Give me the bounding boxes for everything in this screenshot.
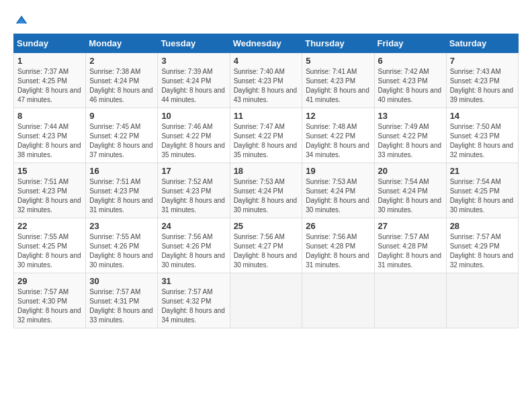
calendar-cell: 1 Sunrise: 7:37 AMSunset: 4:25 PMDayligh… <box>14 53 86 108</box>
calendar-cell: 11 Sunrise: 7:47 AMSunset: 4:22 PMDaylig… <box>230 108 302 163</box>
day-number: 16 <box>89 166 154 176</box>
day-info: Sunrise: 7:50 AMSunset: 4:23 PMDaylight:… <box>450 123 514 158</box>
header-sunday: Sunday <box>14 34 86 53</box>
header-thursday: Thursday <box>302 34 374 53</box>
calendar-cell <box>374 273 446 328</box>
day-info: Sunrise: 7:44 AMSunset: 4:23 PMDaylight:… <box>17 123 81 158</box>
day-info: Sunrise: 7:55 AMSunset: 4:26 PMDaylight:… <box>89 233 153 269</box>
day-info: Sunrise: 7:57 AMSunset: 4:31 PMDaylight:… <box>89 288 153 324</box>
day-info: Sunrise: 7:47 AMSunset: 4:22 PMDaylight:… <box>234 123 298 158</box>
header-wednesday: Wednesday <box>230 34 302 53</box>
calendar-cell <box>302 273 374 328</box>
day-number: 2 <box>89 56 154 66</box>
day-number: 6 <box>378 56 443 66</box>
day-number: 29 <box>17 276 82 286</box>
calendar-cell: 23 Sunrise: 7:55 AMSunset: 4:26 PMDaylig… <box>86 218 158 273</box>
day-number: 17 <box>161 166 226 176</box>
calendar-cell: 22 Sunrise: 7:55 AMSunset: 4:25 PMDaylig… <box>14 218 86 273</box>
calendar-cell: 6 Sunrise: 7:42 AMSunset: 4:23 PMDayligh… <box>374 53 446 108</box>
day-info: Sunrise: 7:56 AMSunset: 4:28 PMDaylight:… <box>306 233 369 269</box>
calendar: SundayMondayTuesdayWednesdayThursdayFrid… <box>13 34 519 328</box>
calendar-cell: 30 Sunrise: 7:57 AMSunset: 4:31 PMDaylig… <box>86 273 158 328</box>
calendar-cell: 16 Sunrise: 7:51 AMSunset: 4:23 PMDaylig… <box>86 163 158 218</box>
day-info: Sunrise: 7:51 AMSunset: 4:23 PMDaylight:… <box>89 178 153 214</box>
calendar-cell: 20 Sunrise: 7:54 AMSunset: 4:24 PMDaylig… <box>374 163 446 218</box>
day-info: Sunrise: 7:57 AMSunset: 4:28 PMDaylight:… <box>378 233 442 269</box>
day-number: 12 <box>306 111 370 121</box>
calendar-cell: 9 Sunrise: 7:45 AMSunset: 4:22 PMDayligh… <box>86 108 158 163</box>
calendar-week-2: 8 Sunrise: 7:44 AMSunset: 4:23 PMDayligh… <box>14 108 519 163</box>
day-number: 25 <box>234 221 299 231</box>
day-number: 7 <box>450 56 515 66</box>
calendar-cell: 13 Sunrise: 7:49 AMSunset: 4:22 PMDaylig… <box>374 108 446 163</box>
day-number: 13 <box>378 111 443 121</box>
calendar-cell: 27 Sunrise: 7:57 AMSunset: 4:28 PMDaylig… <box>374 218 446 273</box>
day-info: Sunrise: 7:42 AMSunset: 4:23 PMDaylight:… <box>378 68 442 103</box>
day-number: 30 <box>89 276 154 286</box>
logo <box>13 13 28 27</box>
calendar-cell: 25 Sunrise: 7:56 AMSunset: 4:27 PMDaylig… <box>230 218 302 273</box>
calendar-cell: 3 Sunrise: 7:39 AMSunset: 4:24 PMDayligh… <box>158 53 230 108</box>
calendar-week-1: 1 Sunrise: 7:37 AMSunset: 4:25 PMDayligh… <box>14 53 519 108</box>
day-info: Sunrise: 7:56 AMSunset: 4:26 PMDaylight:… <box>161 233 225 269</box>
calendar-cell: 28 Sunrise: 7:57 AMSunset: 4:29 PMDaylig… <box>446 218 518 273</box>
day-number: 28 <box>450 221 515 231</box>
day-info: Sunrise: 7:53 AMSunset: 4:24 PMDaylight:… <box>306 178 369 214</box>
day-info: Sunrise: 7:51 AMSunset: 4:23 PMDaylight:… <box>17 178 81 214</box>
calendar-header-row: SundayMondayTuesdayWednesdayThursdayFrid… <box>14 34 519 53</box>
day-number: 27 <box>378 221 443 231</box>
calendar-cell <box>230 273 302 328</box>
header-friday: Friday <box>374 34 446 53</box>
calendar-week-3: 15 Sunrise: 7:51 AMSunset: 4:23 PMDaylig… <box>14 163 519 218</box>
day-number: 19 <box>306 166 370 176</box>
day-number: 21 <box>450 166 515 176</box>
day-info: Sunrise: 7:43 AMSunset: 4:23 PMDaylight:… <box>450 68 514 103</box>
day-info: Sunrise: 7:54 AMSunset: 4:24 PMDaylight:… <box>378 178 442 214</box>
header-tuesday: Tuesday <box>158 34 230 53</box>
calendar-week-4: 22 Sunrise: 7:55 AMSunset: 4:25 PMDaylig… <box>14 218 519 273</box>
calendar-cell: 7 Sunrise: 7:43 AMSunset: 4:23 PMDayligh… <box>446 53 518 108</box>
calendar-cell: 24 Sunrise: 7:56 AMSunset: 4:26 PMDaylig… <box>158 218 230 273</box>
day-info: Sunrise: 7:53 AMSunset: 4:24 PMDaylight:… <box>234 178 298 214</box>
day-number: 9 <box>89 111 154 121</box>
calendar-cell: 4 Sunrise: 7:40 AMSunset: 4:23 PMDayligh… <box>230 53 302 108</box>
day-info: Sunrise: 7:45 AMSunset: 4:22 PMDaylight:… <box>89 123 153 158</box>
logo-icon <box>15 13 28 27</box>
day-number: 22 <box>17 221 82 231</box>
day-info: Sunrise: 7:54 AMSunset: 4:25 PMDaylight:… <box>450 178 514 214</box>
day-number: 15 <box>17 166 82 176</box>
calendar-week-5: 29 Sunrise: 7:57 AMSunset: 4:30 PMDaylig… <box>14 273 519 328</box>
calendar-cell: 2 Sunrise: 7:38 AMSunset: 4:24 PMDayligh… <box>86 53 158 108</box>
day-info: Sunrise: 7:56 AMSunset: 4:27 PMDaylight:… <box>234 233 298 269</box>
calendar-cell: 31 Sunrise: 7:57 AMSunset: 4:32 PMDaylig… <box>158 273 230 328</box>
day-info: Sunrise: 7:48 AMSunset: 4:22 PMDaylight:… <box>306 123 369 158</box>
day-number: 3 <box>161 56 226 66</box>
day-number: 26 <box>306 221 370 231</box>
day-info: Sunrise: 7:55 AMSunset: 4:25 PMDaylight:… <box>17 233 81 269</box>
calendar-cell: 14 Sunrise: 7:50 AMSunset: 4:23 PMDaylig… <box>446 108 518 163</box>
day-info: Sunrise: 7:57 AMSunset: 4:32 PMDaylight:… <box>161 288 225 324</box>
calendar-cell: 21 Sunrise: 7:54 AMSunset: 4:25 PMDaylig… <box>446 163 518 218</box>
day-info: Sunrise: 7:41 AMSunset: 4:23 PMDaylight:… <box>306 68 369 103</box>
calendar-cell: 19 Sunrise: 7:53 AMSunset: 4:24 PMDaylig… <box>302 163 374 218</box>
day-number: 23 <box>89 221 154 231</box>
calendar-cell: 29 Sunrise: 7:57 AMSunset: 4:30 PMDaylig… <box>14 273 86 328</box>
header-saturday: Saturday <box>446 34 518 53</box>
day-info: Sunrise: 7:39 AMSunset: 4:24 PMDaylight:… <box>161 68 225 103</box>
calendar-cell: 12 Sunrise: 7:48 AMSunset: 4:22 PMDaylig… <box>302 108 374 163</box>
page-header <box>13 13 519 27</box>
day-info: Sunrise: 7:57 AMSunset: 4:30 PMDaylight:… <box>17 288 81 324</box>
calendar-cell <box>446 273 518 328</box>
day-number: 10 <box>161 111 226 121</box>
header-monday: Monday <box>86 34 158 53</box>
day-info: Sunrise: 7:57 AMSunset: 4:29 PMDaylight:… <box>450 233 514 269</box>
calendar-cell: 8 Sunrise: 7:44 AMSunset: 4:23 PMDayligh… <box>14 108 86 163</box>
day-number: 1 <box>17 56 82 66</box>
day-info: Sunrise: 7:40 AMSunset: 4:23 PMDaylight:… <box>234 68 298 103</box>
day-number: 24 <box>161 221 226 231</box>
day-info: Sunrise: 7:52 AMSunset: 4:23 PMDaylight:… <box>161 178 225 214</box>
calendar-cell: 17 Sunrise: 7:52 AMSunset: 4:23 PMDaylig… <box>158 163 230 218</box>
calendar-cell: 26 Sunrise: 7:56 AMSunset: 4:28 PMDaylig… <box>302 218 374 273</box>
calendar-cell: 5 Sunrise: 7:41 AMSunset: 4:23 PMDayligh… <box>302 53 374 108</box>
day-number: 31 <box>161 276 226 286</box>
